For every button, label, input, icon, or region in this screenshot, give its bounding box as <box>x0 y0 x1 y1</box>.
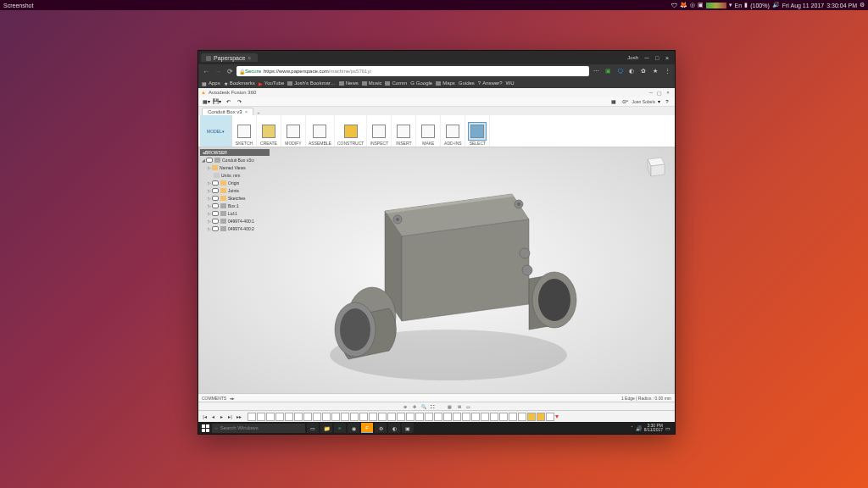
fit-icon[interactable]: ⛶ <box>430 403 437 410</box>
save-icon[interactable]: 💾▾ <box>213 97 221 106</box>
tray-up-icon[interactable]: ˄ <box>631 425 633 431</box>
minimize-button[interactable]: ─ <box>647 89 655 96</box>
expand-icon[interactable]: ◂▸ <box>230 396 235 401</box>
timeline-play-icon[interactable]: ▸ <box>218 413 225 420</box>
zoom-icon[interactable]: 🔍 <box>420 403 427 410</box>
timeline-feature[interactable] <box>369 413 377 421</box>
chrome-titlebar[interactable]: Paperspace × Josh ─ □ × <box>198 51 675 64</box>
bookmark-folder[interactable]: Josh's Bookmar… <box>287 80 336 86</box>
timeline-start-icon[interactable]: |◂ <box>201 413 209 420</box>
timeline-marker[interactable]: ▾ <box>555 413 559 420</box>
chrome-icon[interactable]: ◉ <box>348 423 359 433</box>
extension-icon[interactable]: ✿ <box>638 66 648 76</box>
dropbox-icon[interactable]: ▣ <box>698 2 704 8</box>
fusion-icon[interactable]: F <box>361 423 373 433</box>
ribbon-select[interactable]: SELECT <box>465 115 490 147</box>
timeline-feature[interactable] <box>434 413 442 421</box>
ribbon-addins[interactable]: ADD-INS <box>441 115 465 147</box>
volume-icon[interactable]: 🔊 <box>636 425 642 431</box>
orbit-icon[interactable]: ⊕ <box>402 403 409 410</box>
app-icon[interactable]: ◐ <box>388 423 400 433</box>
timeline-feature[interactable] <box>387 413 396 421</box>
pan-icon[interactable]: ✥ <box>411 403 418 410</box>
tree-root[interactable]: ◢Conduit Box v3 ⊙ <box>200 156 270 164</box>
date[interactable]: Fri Aug 11 2017 <box>782 3 824 8</box>
timeline-feature[interactable] <box>462 413 470 421</box>
ribbon-create[interactable]: CREATE <box>257 115 281 147</box>
timeline-feature[interactable] <box>294 413 303 421</box>
extension-icon[interactable]: 🗨 <box>615 66 625 76</box>
document-tab[interactable]: Conduit Box v3 × <box>202 108 253 115</box>
view-icon[interactable]: ▭ <box>465 403 472 410</box>
start-button[interactable] <box>200 423 210 433</box>
timeline-feature[interactable] <box>266 413 275 421</box>
bookmark-item[interactable]: ? Answer? <box>478 80 503 86</box>
browser-tab[interactable]: Paperspace × <box>201 53 258 62</box>
tree-item[interactable]: ▷Box:1 <box>200 202 270 209</box>
maximize-button[interactable]: □ <box>652 53 662 62</box>
ribbon-inspect[interactable]: INSPECT <box>367 115 392 147</box>
data-panel-icon[interactable]: ▦ <box>609 97 618 106</box>
timeline-feature[interactable] <box>248 413 256 421</box>
tray-app-icon[interactable]: 🛡 <box>671 3 677 8</box>
tree-item[interactable]: ▷Origin <box>200 179 270 186</box>
forward-button[interactable]: → <box>213 66 223 76</box>
settings-icon[interactable]: ⚙ <box>375 423 387 433</box>
bookmark-item[interactable]: ▶ YouTube <box>259 80 285 86</box>
session-icon[interactable]: ⚙ <box>860 2 865 8</box>
viewport[interactable]: ◂ BROWSER ◢Conduit Box v3 ⊙ ▷Named Views… <box>198 147 675 393</box>
timeline-feature[interactable] <box>509 413 517 421</box>
timeline-back-icon[interactable]: ◂ <box>209 413 217 420</box>
battery-icon[interactable]: ▮ <box>744 2 748 8</box>
bookmark-folder[interactable]: Music <box>362 80 382 86</box>
close-button[interactable]: × <box>664 89 672 96</box>
bookmark-item[interactable]: ★ Bookmarks <box>224 80 255 86</box>
task-view-icon[interactable]: ▭ <box>307 423 319 433</box>
timeline-feature[interactable] <box>285 413 293 421</box>
extension-icon[interactable]: ◐ <box>626 66 637 76</box>
tree-item[interactable]: ▷049974-400:2 <box>200 225 270 232</box>
ribbon-insert[interactable]: INSERT <box>392 115 416 147</box>
tree-item[interactable]: ▷Sketches <box>200 194 270 202</box>
chrome-tray-icon[interactable]: ◎ <box>690 2 695 8</box>
redo-icon[interactable]: ↷ <box>235 97 243 106</box>
ribbon-assemble[interactable]: ASSEMBLE <box>306 115 335 147</box>
timeline-end-icon[interactable]: ▸▸ <box>235 413 242 420</box>
back-button[interactable]: ← <box>201 66 211 76</box>
timeline-feature[interactable] <box>415 413 424 421</box>
view-cube[interactable] <box>639 152 670 183</box>
timeline-feature[interactable] <box>397 413 405 421</box>
minimize-button[interactable]: ─ <box>642 53 652 62</box>
search-input[interactable]: ○ Search Windows <box>212 424 305 433</box>
browser-header[interactable]: ◂ BROWSER <box>200 149 270 156</box>
help-icon[interactable]: ? <box>663 97 671 106</box>
extension-icon[interactable]: ★ <box>650 66 660 76</box>
display-icon[interactable]: ▦ <box>447 403 453 410</box>
ribbon-construct[interactable]: CONSTRUCT <box>335 115 367 147</box>
bookmark-item[interactable]: Guides <box>459 80 475 86</box>
notifications-icon[interactable]: ▭ <box>665 425 670 431</box>
app-icon[interactable]: ▣ <box>402 423 414 433</box>
menu-icon[interactable]: ⋮ <box>662 66 672 76</box>
close-tab-icon[interactable]: × <box>248 55 251 61</box>
dropdown-icon[interactable]: ▾ <box>658 98 660 104</box>
file-menu-icon[interactable]: ▦▾ <box>202 97 210 106</box>
timeline-feature[interactable] <box>546 413 554 421</box>
tree-item[interactable]: ▷049974-400:1 <box>200 217 270 225</box>
timeline-feature[interactable] <box>303 413 312 421</box>
tray-app-icon[interactable]: 🦊 <box>680 2 687 8</box>
address-bar[interactable]: 🔒 Secure https://www.paperspace.com/mach… <box>236 66 589 76</box>
time[interactable]: 3:30:04 PM <box>826 3 857 8</box>
timeline-fwd-icon[interactable]: ▸| <box>226 413 234 420</box>
user-name[interactable]: Joan Sobels <box>632 99 655 104</box>
timeline-feature[interactable] <box>275 413 284 421</box>
network-icon[interactable]: ▾ <box>729 2 732 8</box>
volume-icon[interactable]: 🔊 <box>772 2 780 8</box>
bookmark-folder[interactable]: News <box>339 80 359 86</box>
timeline-feature[interactable] <box>313 413 321 421</box>
timeline-feature[interactable] <box>527 413 536 421</box>
keyboard-lang[interactable]: En <box>735 3 743 8</box>
explorer-icon[interactable]: 📁 <box>320 423 332 433</box>
extension-icon[interactable]: ⋯ <box>591 66 601 76</box>
timeline-feature[interactable] <box>425 413 433 421</box>
